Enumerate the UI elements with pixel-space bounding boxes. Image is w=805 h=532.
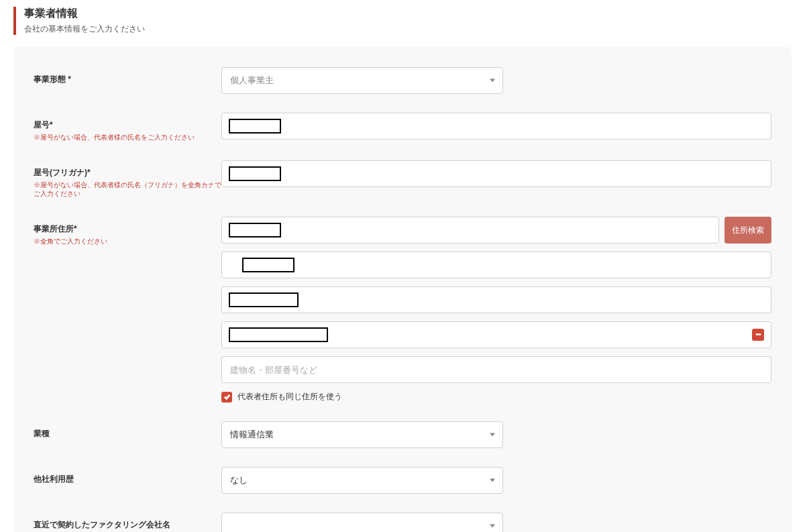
chevron-down-icon bbox=[490, 433, 495, 437]
input-trade-name[interactable] bbox=[221, 113, 771, 140]
row-office-address: 事業所住所* ※全角でご入力ください 住所検索 bbox=[34, 217, 771, 403]
redacted-value bbox=[229, 327, 328, 342]
chevron-down-icon bbox=[490, 525, 495, 528]
address-search-button[interactable]: 住所検索 bbox=[724, 217, 771, 244]
redacted-value bbox=[229, 223, 281, 237]
redacted-value bbox=[229, 166, 281, 181]
select-recent-factoring[interactable] bbox=[221, 513, 503, 532]
redacted-value bbox=[242, 258, 294, 272]
row-other-usage: 他社利用歴 なし bbox=[34, 467, 771, 494]
input-prefecture[interactable] bbox=[221, 252, 771, 278]
label-other-usage: 他社利用歴 bbox=[34, 474, 221, 485]
select-other-usage[interactable]: なし bbox=[221, 467, 503, 494]
input-city[interactable] bbox=[221, 286, 771, 313]
note-office-address: ※全角でご入力ください bbox=[34, 237, 221, 246]
row-trade-name-kana: 屋号(フリガナ)* ※屋号がない場合、代表者様の氏名（フリガナ）を全角カナでご入… bbox=[34, 160, 771, 198]
chevron-down-icon bbox=[490, 479, 495, 482]
row-industry: 業種 情報通信業 bbox=[34, 421, 771, 448]
select-industry[interactable]: 情報通信業 bbox=[221, 421, 503, 448]
input-street[interactable]: ••• bbox=[221, 321, 771, 348]
label-trade-name-kana: 屋号(フリガナ)* bbox=[34, 167, 221, 178]
select-business-form[interactable]: 個人事業主 bbox=[221, 67, 503, 94]
input-trade-name-kana[interactable] bbox=[221, 160, 771, 187]
row-trade-name: 屋号* ※屋号がない場合、代表者様の氏名をご入力ください bbox=[34, 113, 771, 142]
page-title: 事業者情報 bbox=[24, 7, 792, 21]
same-address-row: 代表者住所も同じ住所を使う bbox=[221, 391, 771, 403]
input-building[interactable] bbox=[221, 356, 771, 383]
note-trade-name-kana: ※屋号がない場合、代表者様の氏名（フリガナ）を全角カナでご入力ください bbox=[34, 180, 221, 198]
chevron-down-icon bbox=[490, 79, 495, 83]
label-business-form: 事業形態 * bbox=[34, 74, 221, 85]
row-business-form: 事業形態 * 個人事業主 bbox=[34, 67, 771, 94]
row-recent-factoring: 直近で契約したファクタリング会社名 bbox=[34, 513, 771, 532]
label-recent-factoring: 直近で契約したファクタリング会社名 bbox=[34, 519, 221, 531]
label-same-address: 代表者住所も同じ住所を使う bbox=[237, 391, 342, 403]
autofill-icon[interactable]: ••• bbox=[752, 329, 764, 341]
page-subtitle: 会社の基本情報をご入力ください bbox=[24, 23, 792, 35]
label-trade-name: 屋号* bbox=[34, 119, 221, 131]
redacted-value bbox=[229, 119, 281, 134]
label-industry: 業種 bbox=[34, 428, 221, 439]
page-header: 事業者情報 会社の基本情報をご入力ください bbox=[13, 7, 792, 35]
redacted-value bbox=[229, 292, 299, 307]
note-trade-name: ※屋号がない場合、代表者様の氏名をご入力ください bbox=[34, 133, 221, 142]
label-office-address: 事業所住所* bbox=[34, 223, 221, 235]
checkbox-same-address[interactable] bbox=[221, 392, 232, 403]
input-postal-code[interactable] bbox=[221, 217, 719, 244]
form-panel: 事業形態 * 個人事業主 屋号* ※屋号がない場合、代表者様の氏名をご入力くださ… bbox=[13, 47, 792, 532]
